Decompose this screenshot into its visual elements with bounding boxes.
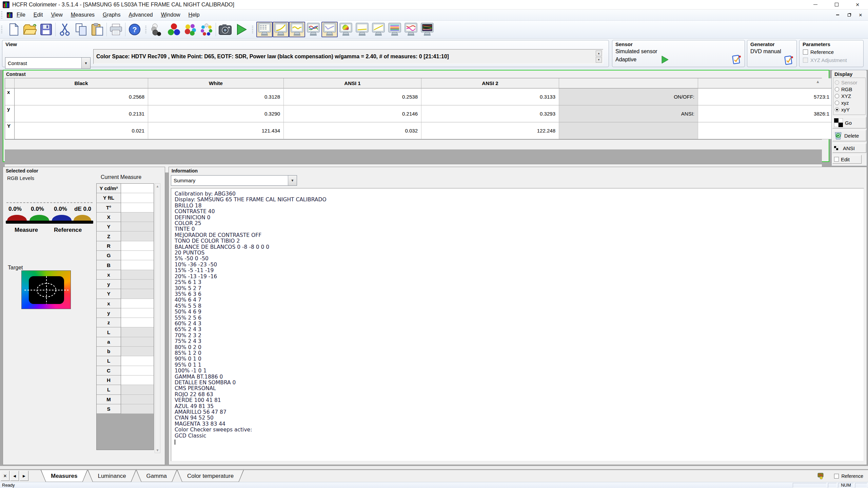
measure-row-value[interactable] [121,404,154,414]
maximize-icon[interactable] [826,0,847,9]
measure-row-value[interactable] [121,289,154,299]
measure-row-value[interactable] [121,212,154,222]
menu-item-advanced[interactable]: Advanced [125,10,157,20]
measure-row-value[interactable] [121,270,154,280]
measure-row-value[interactable] [121,222,154,231]
contrast-cell[interactable]: 0.3293 [421,105,559,122]
menu-item-window[interactable]: Window [157,10,184,20]
contrast-cell[interactable]: 0.021 [15,122,148,139]
information-text[interactable]: Calibration by: ABG360 Display: SAMSUNG … [171,188,864,461]
measure-row-value[interactable] [121,327,154,337]
contrast-col-header[interactable]: White [148,78,284,88]
contrast-cell[interactable]: 0.3290 [148,105,284,122]
measure-vscrollbar[interactable]: ▲ ▼ [155,183,160,453]
measure-row-value[interactable] [121,347,154,356]
display-radio-xyz[interactable]: xyz [835,99,865,106]
view-color-temperature-icon[interactable] [321,22,338,37]
measure-row-value[interactable] [121,318,154,327]
toolbar-grip[interactable] [1,26,2,33]
mdi-minimize-icon[interactable] [835,12,840,18]
measure-button[interactable]: Measure [15,227,38,233]
measure-colorchecker-icon[interactable] [198,22,215,37]
open-file-icon[interactable] [22,22,38,37]
horizontal-splitter[interactable] [0,466,868,469]
tab-color-temperature[interactable]: Color temperature [177,470,244,482]
information-mode-select[interactable]: Summary ▼ [171,175,297,186]
measure-row-value[interactable] [121,385,154,394]
tab-next-icon[interactable]: ► [20,471,28,481]
sensor-run-icon[interactable] [660,55,669,64]
contrast-cell[interactable]: 0.2146 [284,105,421,122]
contrast-cell[interactable]: 0.2538 [284,88,421,105]
chevron-down-icon[interactable]: ▼ [288,176,297,185]
print-icon[interactable] [108,22,124,37]
checkbox-icon[interactable] [834,474,839,479]
measure-saturations-icon[interactable] [182,22,198,37]
view-near-white-icon[interactable] [370,22,387,37]
info-spinner[interactable]: ▲▼ [596,50,602,63]
run-measures-icon[interactable] [233,22,250,37]
measure-row-value[interactable] [121,299,154,308]
toolbar-grip3[interactable] [252,26,253,33]
view-cie-chart-icon[interactable] [338,22,354,37]
new-document-icon[interactable] [5,22,22,37]
menu-item-file[interactable]: File [13,10,29,20]
tab-prev-icon[interactable]: ◄ [10,471,19,481]
reference-checkbox[interactable]: Reference [803,49,834,55]
chevron-down-icon[interactable]: ▼ [81,58,90,68]
measure-row-value[interactable] [121,308,154,318]
mdi-restore-icon[interactable] [846,12,852,18]
contrast-cell[interactable]: 0.2131 [15,105,148,122]
contrast-cell[interactable]: 121.434 [148,122,284,139]
tab-close-button[interactable]: ✕ [1,471,9,481]
measure-row-value[interactable] [121,184,154,193]
edit-button[interactable]: Edit [832,155,862,164]
menu-item-help[interactable]: Help [184,10,204,20]
checkbox-icon[interactable] [803,49,808,55]
contrast-cell[interactable]: 0.2568 [15,88,148,105]
contrast-col-header[interactable]: ANSI 2 [421,78,559,88]
mdi-close-icon[interactable]: ✕ [858,12,863,18]
copy-icon[interactable] [73,22,89,37]
contrast-col-header[interactable]: Black [15,78,148,88]
measure-row-value[interactable] [121,251,154,260]
tab-gamma[interactable]: Gamma [136,470,177,482]
view-free-measures-icon[interactable] [419,22,435,37]
measure-row-value[interactable] [121,260,154,270]
generator-config-icon[interactable] [784,55,793,65]
view-near-black-icon[interactable] [354,22,370,37]
measure-row-value[interactable] [121,203,154,212]
close-icon[interactable]: ✕ [847,0,868,9]
menu-item-view[interactable]: View [47,10,66,20]
view-measures-icon[interactable] [256,22,273,37]
measure-row-value[interactable] [121,356,154,366]
tab-measures[interactable]: Measures [41,470,87,482]
measure-grayscale-icon[interactable] [150,22,166,37]
reference-button[interactable]: Reference [54,227,82,233]
view-color-shift-icon[interactable] [403,22,419,37]
ansi-button[interactable]: ANSI [832,143,866,153]
contrast-cell[interactable]: 0.032 [284,122,421,139]
minimize-icon[interactable] [805,0,826,9]
toolbar-grip2[interactable] [145,26,146,33]
scroll-up-icon[interactable]: ▲ [155,184,160,188]
measure-row-value[interactable] [121,241,154,251]
save-icon[interactable] [38,22,54,37]
measure-row-value[interactable] [121,280,154,289]
menu-item-measures[interactable]: Measures [67,10,99,20]
menubar-grip[interactable] [1,11,2,19]
scroll-down-icon[interactable]: ▼ [155,448,160,452]
measure-row-value[interactable] [121,337,154,347]
sensor-config-icon[interactable] [732,55,741,65]
display-radio-rgb[interactable]: RGB [835,86,865,93]
contrast-cell[interactable]: 0.3133 [421,88,559,105]
cut-icon[interactable] [57,22,73,37]
display-radio-xyy[interactable]: xyY [835,106,865,113]
snapshot-icon[interactable] [217,22,233,37]
delete-button[interactable]: Delete [832,130,866,141]
tab-luminance[interactable]: Luminance [87,470,136,482]
scroll-up-icon[interactable]: ▲ [816,79,820,84]
measure-row-value[interactable] [121,395,154,404]
measure-primaries-icon[interactable] [166,22,182,37]
paste-icon[interactable] [89,22,105,37]
